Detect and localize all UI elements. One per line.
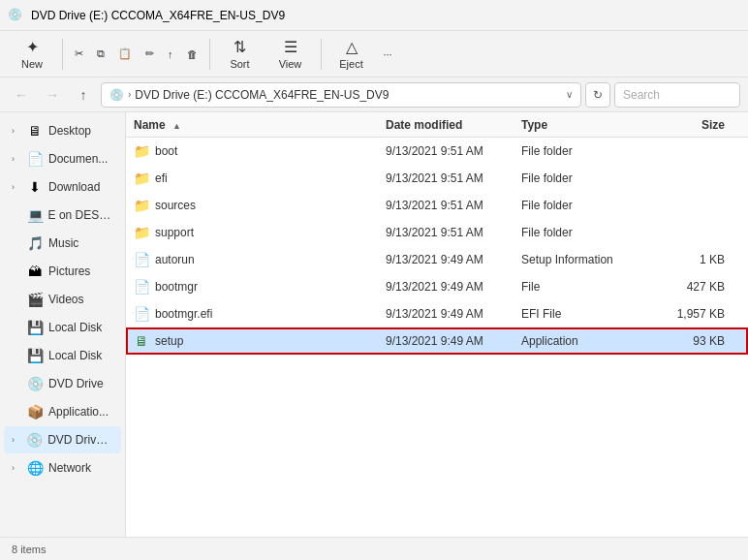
sidebar-label-local-disk-2: Local Disk xyxy=(48,349,102,362)
sidebar-item-dvd-drive-active[interactable]: › 💿 DVD Drive (... xyxy=(4,426,121,453)
icon-setup: 🖥 xyxy=(134,333,149,349)
file-name-bootmgr-efi: bootmgr.efi xyxy=(155,307,212,321)
sidebar-label-dvd-drive: DVD Drive xyxy=(48,377,104,390)
eject-button[interactable]: △ Eject xyxy=(327,34,376,75)
file-size-bootmgr-efi: 1,957 KB xyxy=(657,307,740,321)
sidebar-item-network[interactable]: › 🌐 Network xyxy=(4,454,121,482)
view-icon: ☰ xyxy=(284,38,297,56)
sidebar-item-dvd-drive[interactable]: › 💿 DVD Drive xyxy=(4,370,121,397)
file-row-setup[interactable]: 🖥 setup 9/13/2021 9:49 AM Application 93… xyxy=(126,327,748,355)
network-icon: 🌐 xyxy=(27,460,43,476)
local-disk-1-icon: 💾 xyxy=(27,320,43,335)
cut-button[interactable]: ✂ xyxy=(69,34,89,75)
file-type-setup: Application xyxy=(521,334,657,348)
documents-icon: 📄 xyxy=(27,151,43,167)
chevron-desktop: › xyxy=(12,126,21,136)
toolbar-separator-3 xyxy=(321,39,322,70)
file-date-bootmgr: 9/13/2021 9:49 AM xyxy=(386,280,521,294)
rename-icon: ✏ xyxy=(145,47,154,60)
forward-button[interactable]: → xyxy=(39,81,66,109)
file-date-support: 9/13/2021 9:51 AM xyxy=(386,226,521,239)
share-button[interactable]: ↑ xyxy=(162,34,179,75)
rename-button[interactable]: ✏ xyxy=(140,34,160,75)
main-layout: › 🖥 Desktop › 📄 Documen... › ⬇ Download … xyxy=(0,112,748,537)
column-date[interactable]: Date modified xyxy=(386,118,521,132)
view-button[interactable]: ☰ View xyxy=(266,34,315,75)
pictures-icon: 🏔 xyxy=(27,264,43,279)
paste-icon: 📋 xyxy=(118,47,132,60)
column-type[interactable]: Type xyxy=(521,118,657,132)
file-type-boot: File folder xyxy=(521,144,657,158)
sort-label: Sort xyxy=(230,58,249,70)
path-text: DVD Drive (E:) CCCOMA_X64FRE_EN-US_DV9 xyxy=(135,88,562,102)
sidebar-item-music[interactable]: › 🎵 Music xyxy=(4,230,121,257)
file-row-bootmgr[interactable]: 📄 bootmgr 9/13/2021 9:49 AM File 427 KB xyxy=(126,273,748,300)
file-date-autorun: 9/13/2021 9:49 AM xyxy=(386,253,521,266)
sidebar-item-pictures[interactable]: › 🏔 Pictures xyxy=(4,258,121,285)
local-disk-2-icon: 💾 xyxy=(27,348,43,363)
sidebar-item-local-disk-2[interactable]: › 💾 Local Disk xyxy=(4,342,121,369)
new-icon: ✦ xyxy=(26,38,39,56)
file-row-sources[interactable]: 📁 sources 9/13/2021 9:51 AM File folder xyxy=(126,192,748,219)
delete-button[interactable]: 🗑 xyxy=(181,34,203,75)
file-date-setup: 9/13/2021 9:49 AM xyxy=(386,334,521,348)
file-list: Name ▲ Date modified Type Size 📁 boot 9/… xyxy=(126,112,748,537)
file-row-support[interactable]: 📁 support 9/13/2021 9:51 AM File folder xyxy=(126,219,748,246)
new-label: New xyxy=(21,58,43,70)
copy-button[interactable]: ⧉ xyxy=(91,34,110,75)
address-bar: ← → ↑ 💿 › DVD Drive (E:) CCCOMA_X64FRE_E… xyxy=(0,78,748,112)
status-text: 8 items xyxy=(12,544,46,555)
application-icon: 📦 xyxy=(27,404,43,420)
file-date-sources: 9/13/2021 9:51 AM xyxy=(386,199,521,212)
file-type-bootmgr: File xyxy=(521,280,657,294)
refresh-button[interactable]: ↻ xyxy=(585,82,610,108)
file-type-bootmgr-efi: EFI File xyxy=(521,307,657,321)
videos-icon: 🎬 xyxy=(27,292,43,307)
up-button[interactable]: ↑ xyxy=(70,81,97,109)
column-name[interactable]: Name ▲ xyxy=(134,118,386,132)
file-row-autorun[interactable]: 📄 autorun 9/13/2021 9:49 AM Setup Inform… xyxy=(126,246,748,273)
column-size[interactable]: Size xyxy=(657,118,740,132)
file-name-autorun: autorun xyxy=(155,253,195,266)
file-name-setup: setup xyxy=(155,334,183,348)
sidebar-label-pictures: Pictures xyxy=(48,264,90,278)
file-date-bootmgr-efi: 9/13/2021 9:49 AM xyxy=(386,307,521,321)
sidebar-item-application[interactable]: › 📦 Applicatio... xyxy=(4,398,121,425)
copy-icon: ⧉ xyxy=(97,47,105,60)
e-on-desk-icon: 💻 xyxy=(27,207,43,223)
file-size-bootmgr: 427 KB xyxy=(657,280,740,294)
folder-icon-boot: 📁 xyxy=(134,143,149,159)
eject-icon: △ xyxy=(346,38,358,56)
sidebar-item-e-on-desk[interactable]: › 💻 E on DESK... xyxy=(4,202,121,229)
file-row-boot[interactable]: 📁 boot 9/13/2021 9:51 AM File folder xyxy=(126,138,748,165)
sort-button[interactable]: ⇅ Sort xyxy=(216,34,265,75)
sidebar-item-documents[interactable]: › 📄 Documen... xyxy=(4,145,121,172)
file-row-bootmgr-efi[interactable]: 📄 bootmgr.efi 9/13/2021 9:49 AM EFI File… xyxy=(126,300,748,327)
folder-icon-support: 📁 xyxy=(134,225,149,240)
file-row-efi[interactable]: 📁 efi 9/13/2021 9:51 AM File folder xyxy=(126,165,748,192)
file-list-header: Name ▲ Date modified Type Size xyxy=(126,112,748,138)
refresh-icon: ↻ xyxy=(593,88,603,102)
sidebar-item-local-disk-1[interactable]: › 💾 Local Disk xyxy=(4,314,121,341)
share-icon: ↑ xyxy=(168,48,173,60)
sidebar-item-videos[interactable]: › 🎬 Videos xyxy=(4,286,121,313)
address-path[interactable]: 💿 › DVD Drive (E:) CCCOMA_X64FRE_EN-US_D… xyxy=(101,82,581,108)
paste-button[interactable]: 📋 xyxy=(112,34,138,75)
sidebar-label-network: Network xyxy=(48,461,91,475)
icon-bootmgr-efi: 📄 xyxy=(134,306,149,322)
sidebar-label-videos: Videos xyxy=(48,293,83,306)
sidebar-item-desktop[interactable]: › 🖥 Desktop xyxy=(4,117,121,144)
folder-icon-sources: 📁 xyxy=(134,198,149,213)
new-button[interactable]: ✦ New xyxy=(8,34,56,75)
sidebar-label-desktop: Desktop xyxy=(48,124,91,138)
search-box[interactable]: Search xyxy=(614,82,740,108)
sidebar-label-dvd-drive-active: DVD Drive (... xyxy=(47,433,113,447)
sidebar-label-local-disk-1: Local Disk xyxy=(48,321,102,334)
dvd-drive-icon: 💿 xyxy=(27,376,43,391)
more-button[interactable]: ··· xyxy=(378,34,398,75)
back-button[interactable]: ← xyxy=(8,81,35,109)
file-date-efi: 9/13/2021 9:51 AM xyxy=(386,171,521,185)
sidebar-item-downloads[interactable]: › ⬇ Download xyxy=(4,173,121,201)
file-name-bootmgr: bootmgr xyxy=(155,280,198,294)
more-icon: ··· xyxy=(384,48,392,60)
